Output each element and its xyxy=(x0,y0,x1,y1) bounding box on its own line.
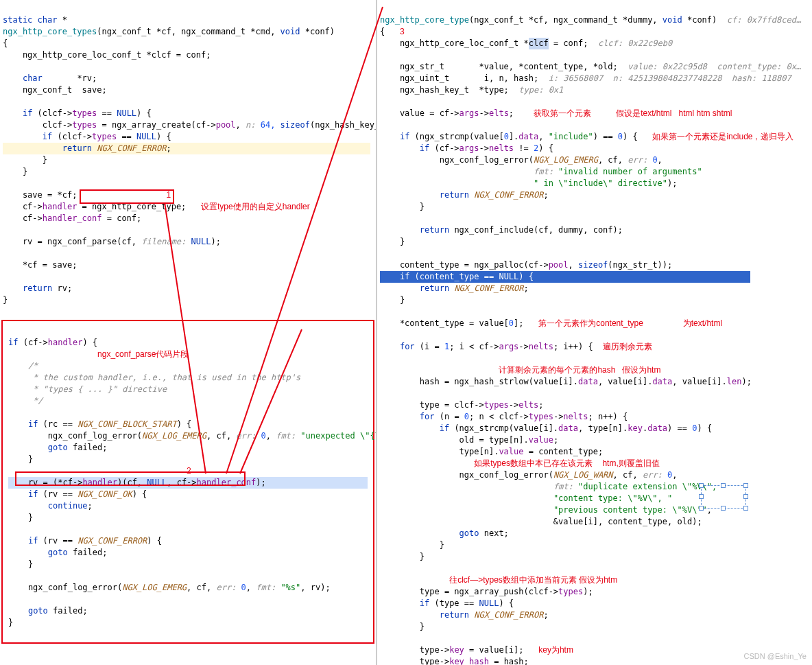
kw-static: static xyxy=(3,15,32,25)
resize-handle[interactable] xyxy=(743,483,748,488)
fragment-box: if (cf->handler) { ngx_conf_parse代码片段 /*… xyxy=(1,320,374,644)
resize-handle[interactable] xyxy=(721,483,726,488)
resize-handle[interactable] xyxy=(699,494,704,499)
label-3: 3 xyxy=(400,27,405,36)
resize-handle[interactable] xyxy=(699,483,704,488)
resize-handle[interactable] xyxy=(721,506,726,511)
right-code: ngx_http_core_type(ngx_conf_t *cf, ngx_c… xyxy=(377,0,812,665)
label-2: 2 xyxy=(187,466,191,476)
right-fn-name: ngx_http_core_type xyxy=(380,15,469,25)
watermark: CSDN @Eshin_Ye xyxy=(744,651,807,662)
right-code-pane: ngx_http_core_type(ngx_conf_t *cf, ngx_c… xyxy=(377,0,812,665)
resize-handle[interactable] xyxy=(743,506,748,511)
left-code: static char * ngx_http_core_types(ngx_co… xyxy=(0,0,376,320)
left-code-pane: static char * ngx_http_core_types(ngx_co… xyxy=(0,0,377,665)
resize-handle[interactable] xyxy=(699,506,704,511)
selection-box[interactable] xyxy=(701,485,746,509)
label-1: 1 xyxy=(166,190,171,200)
fragment-code: if (cf->handler) { ngx_conf_parse代码片段 /*… xyxy=(3,321,373,644)
resize-handle[interactable] xyxy=(743,494,748,499)
fn-name: ngx_http_core_types xyxy=(3,27,97,36)
note-set-handler: 设置type使用的自定义handler xyxy=(201,202,310,211)
fragment-title: ngx_conf_parse代码片段 xyxy=(97,349,189,359)
